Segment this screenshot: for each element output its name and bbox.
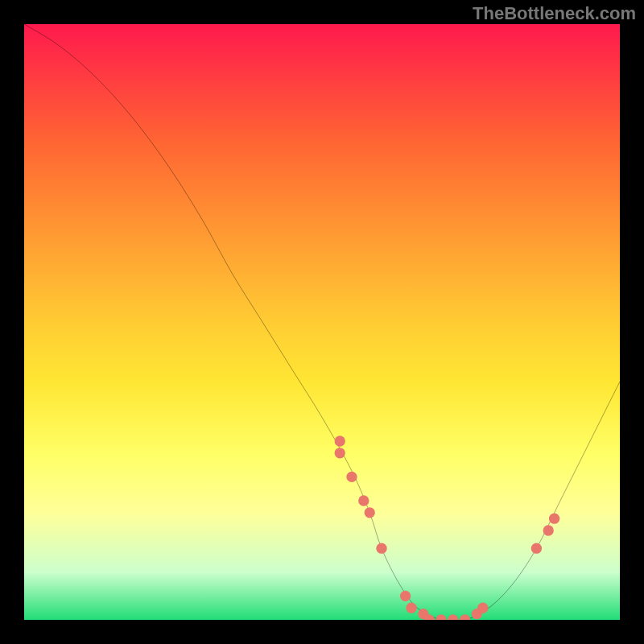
bottleneck-curve [24, 24, 620, 620]
data-point [549, 514, 559, 524]
data-point [335, 448, 345, 458]
data-point [460, 614, 470, 620]
chart-container: TheBottleneck.com [0, 0, 644, 644]
watermark-text: TheBottleneck.com [473, 3, 636, 24]
data-point [346, 472, 357, 482]
data-point [477, 603, 488, 613]
data-point [543, 525, 554, 535]
data-markers [335, 436, 560, 620]
data-point [358, 495, 369, 506]
data-point [400, 591, 411, 601]
data-point [448, 614, 458, 620]
data-point [365, 507, 375, 518]
plot-area [24, 24, 620, 620]
data-point [436, 614, 446, 620]
chart-svg [24, 24, 620, 620]
data-point [376, 543, 386, 554]
data-point [335, 436, 345, 446]
data-point [406, 603, 416, 613]
data-point [531, 543, 542, 554]
